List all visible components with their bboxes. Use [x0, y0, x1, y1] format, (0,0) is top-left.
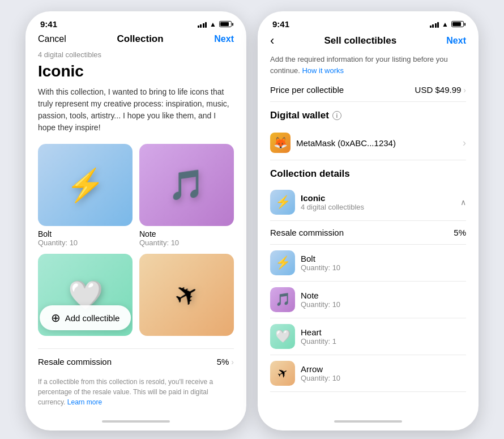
- list-item-bolt: ⚡ Bolt Quantity: 10: [270, 245, 466, 282]
- collectibles-grid: ⚡ Bolt Quantity: 10 🎵 Note Quantity: 10: [38, 144, 234, 339]
- add-icon: ⊕: [51, 311, 61, 325]
- home-bar-right: [334, 420, 402, 423]
- sell-subtitle: Add the required information for your li…: [270, 54, 466, 76]
- home-indicator-left: [27, 414, 245, 429]
- metamask-icon: 🦊: [270, 133, 291, 153]
- next-button-right[interactable]: Next: [446, 36, 466, 46]
- nav-title-left: Collection: [117, 33, 163, 45]
- resale-pct: 5%: [217, 357, 229, 366]
- resale-commission-value: 5%: [454, 228, 466, 237]
- resale-description: If a collectible from this collection is…: [38, 374, 234, 407]
- price-row[interactable]: Price per collectible USD $49.99 ›: [270, 78, 466, 102]
- learn-more-link[interactable]: Learn more: [67, 398, 102, 406]
- wallet-chevron-icon: ›: [463, 137, 466, 149]
- collection-details-title: Collection details: [270, 168, 466, 180]
- back-chevron-icon: ‹: [270, 33, 274, 48]
- list-item-arrow: ✈ Arrow Quantity: 10: [270, 355, 466, 392]
- price-label: Price per collectible: [270, 85, 344, 95]
- next-button-left[interactable]: Next: [214, 34, 234, 44]
- battery-icon-right: [451, 21, 464, 27]
- collectible-bolt-name: Bolt: [38, 229, 133, 238]
- price-amount: USD $49.99: [415, 85, 462, 95]
- collectible-bolt[interactable]: ⚡ Bolt Quantity: 10: [38, 144, 133, 247]
- add-collectible-button[interactable]: ⊕ Add collectible: [40, 305, 131, 330]
- home-bar: [102, 420, 170, 423]
- list-info-arrow: Arrow Quantity: 10: [301, 364, 340, 382]
- right-phone: 9:41 ▲ ‹ Sell collectibles Next: [258, 11, 479, 431]
- battery-icon: [219, 21, 232, 27]
- status-time-right: 9:41: [272, 19, 289, 29]
- resale-value: 5% ›: [217, 357, 234, 366]
- collection-detail-name: Iconic: [301, 193, 364, 203]
- wallet-section-title: Digital wallet i: [270, 110, 466, 121]
- signal-icon: [198, 21, 207, 28]
- list-thumb-note: 🎵: [270, 287, 295, 312]
- wallet-row[interactable]: 🦊 MetaMask (0xABC...1234) ›: [270, 126, 466, 160]
- collection-title: Iconic: [38, 62, 234, 80]
- wifi-icon-right: ▲: [442, 20, 449, 28]
- list-info-bolt: Bolt Quantity: 10: [301, 254, 340, 272]
- resale-commission-row: Resale commission 5%: [270, 221, 466, 245]
- collection-subtitle: 4 digital collectibles: [38, 50, 234, 59]
- status-time-left: 9:41: [40, 19, 57, 29]
- collectible-bolt-image: ⚡: [38, 144, 133, 226]
- sell-content: Add the required information for your li…: [259, 54, 477, 414]
- list-info-note: Note Quantity: 10: [301, 291, 340, 309]
- metamask-emoji: 🦊: [274, 136, 288, 150]
- info-icon[interactable]: i: [332, 111, 341, 120]
- nav-bar-right: ‹ Sell collectibles Next: [259, 31, 477, 54]
- collectible-arrow-image: ✈: [139, 254, 234, 336]
- price-value: USD $49.99 ›: [415, 85, 466, 95]
- resale-label: Resale commission: [38, 357, 112, 366]
- collection-info: Iconic 4 digital collectibles: [301, 193, 364, 211]
- collection-detail-row[interactable]: ⚡ Iconic 4 digital collectibles ∧: [270, 184, 466, 221]
- collectible-heart-image: 🤍 ⊕ Add collectible: [38, 254, 133, 336]
- resale-commission-label: Resale commission: [270, 228, 344, 237]
- price-chevron-icon: ›: [463, 86, 466, 95]
- collectibles-list: ⚡ Bolt Quantity: 10 🎵 Note Quantity: 10: [270, 245, 466, 392]
- wallet-name: MetaMask (0xABC...1234): [296, 138, 396, 148]
- cancel-button[interactable]: Cancel: [38, 34, 66, 44]
- collection-description: With this collection, I wanted to bring …: [38, 86, 234, 134]
- status-icons-left: ▲: [198, 20, 232, 28]
- nav-title-right: Sell collectibles: [324, 35, 397, 46]
- list-item-note: 🎵 Note Quantity: 10: [270, 282, 466, 318]
- collection-thumb: ⚡: [270, 190, 295, 215]
- left-phone: 9:41 ▲ Cancel Collection Next 4: [25, 11, 246, 431]
- collectible-note-qty: Quantity: 10: [139, 238, 234, 247]
- collectible-note[interactable]: 🎵 Note Quantity: 10: [139, 144, 234, 247]
- back-button[interactable]: ‹: [270, 33, 274, 48]
- collectible-note-name: Note: [139, 229, 234, 238]
- list-thumb-bolt: ⚡: [270, 250, 295, 275]
- signal-icon-right: [430, 21, 439, 28]
- collection-content: 4 digital collectibles Iconic With this …: [27, 50, 245, 414]
- how-it-works-link[interactable]: How it works: [302, 66, 344, 75]
- chevron-right-icon: ›: [231, 357, 234, 366]
- list-thumb-heart: 🤍: [270, 324, 295, 349]
- add-collectible-label: Add collectible: [65, 313, 120, 323]
- wallet-left: 🦊 MetaMask (0xABC...1234): [270, 133, 396, 153]
- collectible-heart[interactable]: 🤍 ⊕ Add collectible: [38, 254, 133, 339]
- collectible-arrow[interactable]: ✈: [139, 254, 234, 339]
- status-icons-right: ▲: [430, 20, 464, 28]
- nav-bar-left: Cancel Collection Next: [27, 31, 245, 50]
- status-bar-right: 9:41 ▲: [259, 12, 477, 31]
- chevron-up-icon: ∧: [460, 198, 466, 207]
- list-info-heart: Heart Quantity: 1: [301, 327, 336, 346]
- collectible-note-image: 🎵: [139, 144, 234, 226]
- resale-row[interactable]: Resale commission 5% ›: [38, 348, 234, 374]
- collection-detail-left: ⚡ Iconic 4 digital collectibles: [270, 190, 364, 215]
- collection-detail-subtitle: 4 digital collectibles: [301, 203, 364, 211]
- home-indicator-right: [259, 414, 477, 429]
- collectible-bolt-qty: Quantity: 10: [38, 238, 133, 247]
- wifi-icon: ▲: [210, 20, 216, 28]
- status-bar-left: 9:41 ▲: [27, 12, 245, 31]
- list-item-heart: 🤍 Heart Quantity: 1: [270, 318, 466, 355]
- list-thumb-arrow: ✈: [270, 361, 295, 386]
